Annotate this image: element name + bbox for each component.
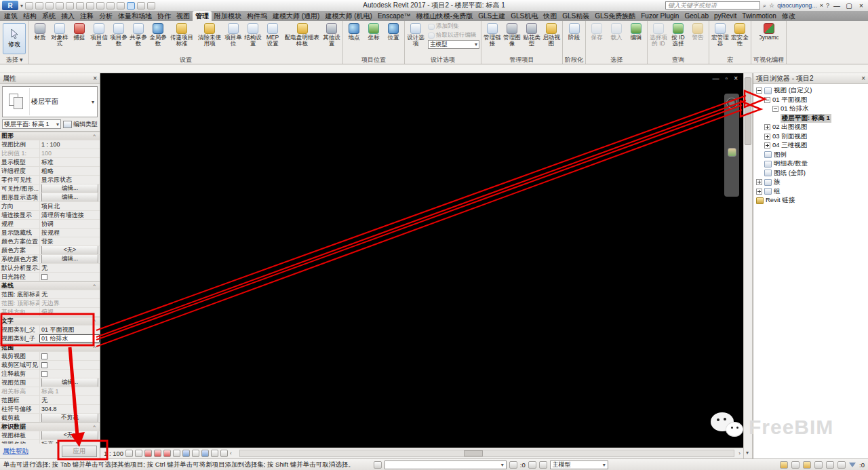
- property-row[interactable]: 裁剪视图: [0, 352, 100, 361]
- manage-images-button[interactable]: 管理图像: [502, 22, 521, 56]
- tab-addins[interactable]: 附加模块: [212, 11, 244, 21]
- phases-button[interactable]: 阶段: [565, 22, 584, 56]
- decal-types-button[interactable]: 贴花类型: [522, 22, 541, 56]
- tree-item-plumbing[interactable]: 01 给排水: [753, 104, 868, 114]
- tab-massing-site[interactable]: 体量和场地: [115, 11, 155, 21]
- save-icon[interactable]: [35, 2, 43, 9]
- filter-icon[interactable]: [849, 463, 856, 467]
- properties-help-link[interactable]: 属性帮助: [3, 447, 28, 456]
- crop-view-icon[interactable]: [163, 450, 171, 457]
- collapse-icon[interactable]: ^: [93, 344, 100, 351]
- shadows-icon[interactable]: [154, 450, 161, 457]
- tab-gls-decoration[interactable]: GLS精装: [559, 11, 592, 21]
- visual-style-icon[interactable]: [135, 450, 142, 457]
- tab-gls-structure[interactable]: GLS土建: [475, 11, 508, 21]
- property-row[interactable]: 系统颜色方案编辑...: [0, 255, 100, 264]
- view-close-icon[interactable]: ×: [734, 75, 738, 82]
- navigation-bar[interactable]: [724, 94, 739, 197]
- none-button[interactable]: <无>: [41, 431, 98, 439]
- show-crop-region-icon[interactable]: [173, 450, 180, 457]
- properties-header[interactable]: 属性 ×: [0, 73, 100, 84]
- shared-parameters-button[interactable]: 共享参数: [129, 22, 148, 56]
- vertical-scrollbar[interactable]: ▾: [743, 73, 753, 458]
- select-pinned-icon[interactable]: [837, 461, 846, 469]
- tree-item-sheet-views[interactable]: 02 出图视图: [753, 123, 868, 132]
- zoom-icon[interactable]: [728, 148, 736, 157]
- tab-gls-mep[interactable]: GLS机电: [508, 11, 540, 21]
- help-search-input[interactable]: 键入关键字或短语: [665, 1, 760, 9]
- help-icon[interactable]: ?: [826, 2, 829, 9]
- worksharing-display-icon[interactable]: [211, 450, 218, 457]
- modify-button[interactable]: 修改: [3, 23, 26, 54]
- instance-selector[interactable]: 楼层平面: 标高 1▾: [2, 119, 61, 129]
- dynamo-button[interactable]: Dynamo: [760, 22, 778, 56]
- section-underlay[interactable]: 基线^: [0, 281, 100, 290]
- tab-architecture[interactable]: 建筑: [1, 11, 20, 21]
- type-selector[interactable]: 楼层平面 ▾: [2, 86, 98, 117]
- tab-quickdraw[interactable]: 快图: [540, 11, 559, 21]
- signin-user[interactable]: qiaocunyong...: [777, 2, 817, 9]
- property-row[interactable]: 方向项目北: [0, 202, 100, 211]
- tab-insert[interactable]: 插入: [58, 11, 77, 21]
- edit-type-button[interactable]: 编辑类型: [63, 120, 98, 129]
- expand-icon[interactable]: [764, 124, 770, 130]
- worksets-icon[interactable]: [374, 461, 382, 469]
- property-row[interactable]: 日光路径: [0, 273, 100, 281]
- measure-icon[interactable]: [76, 2, 84, 9]
- horizontal-scrollbar[interactable]: [239, 450, 735, 457]
- drawing-area[interactable]: — ▫ ×: [100, 73, 743, 448]
- edit-button[interactable]: 编辑...: [41, 255, 98, 263]
- property-row[interactable]: 裁剪区域可见: [0, 361, 100, 370]
- collapse-expander-icon[interactable]: [764, 97, 770, 103]
- property-row[interactable]: 颜色方案位置背景: [0, 237, 100, 246]
- restore-button[interactable]: ▢: [844, 2, 854, 9]
- tree-item-groups[interactable]: 组: [753, 187, 868, 197]
- macro-security-button[interactable]: 宏安全性: [730, 22, 749, 56]
- chevron-down-icon[interactable]: ▾: [92, 99, 97, 105]
- view-category-child-input[interactable]: 01 给排水: [39, 334, 100, 342]
- dimension-icon[interactable]: [86, 2, 94, 9]
- chevron-down-icon[interactable]: ▾: [20, 3, 23, 9]
- tree-item-floor-plan-level1[interactable]: 楼层平面: 标高 1: [753, 114, 868, 123]
- view-scale[interactable]: 1 : 100: [104, 450, 123, 457]
- edit-button[interactable]: 编辑...: [41, 184, 98, 193]
- search-icon[interactable]: ⌕: [763, 2, 766, 9]
- tab-collaborate[interactable]: 协作: [155, 11, 174, 21]
- sun-path-icon[interactable]: [144, 450, 152, 457]
- print-icon[interactable]: [66, 2, 74, 9]
- tab-view[interactable]: 视图: [174, 11, 193, 21]
- tab-enscape[interactable]: Enscape™: [375, 11, 414, 21]
- property-row[interactable]: 默认分析显示...无: [0, 264, 100, 273]
- edit-button[interactable]: 编辑...: [41, 193, 98, 201]
- reveal-constraints-icon[interactable]: [220, 450, 228, 457]
- section-extents[interactable]: 范围^: [0, 343, 100, 352]
- switch-windows-icon[interactable]: [147, 2, 155, 9]
- checkbox-unchecked[interactable]: [41, 353, 47, 359]
- macro-manager-button[interactable]: 宏管理器: [711, 22, 730, 56]
- edit-button[interactable]: 编辑...: [41, 378, 98, 387]
- expand-icon[interactable]: [756, 189, 762, 195]
- transfer-project-standards-button[interactable]: 传递项目标准: [168, 22, 195, 56]
- close-icon[interactable]: ×: [861, 75, 865, 82]
- structural-settings-button[interactable]: 结构设置: [243, 22, 262, 56]
- panel-schedule-templates-button[interactable]: 配电盘明细表样板: [283, 22, 321, 56]
- active-design-option-select[interactable]: 主模型▾: [428, 40, 479, 49]
- tree-item-section-views[interactable]: 03 剖面视图: [753, 132, 868, 142]
- tree-item-3d-views[interactable]: 04 三维视图: [753, 141, 868, 151]
- thin-lines-icon[interactable]: [127, 2, 135, 9]
- design-options-button[interactable]: 设计选项: [406, 22, 425, 56]
- tab-analyze[interactable]: 分析: [96, 11, 115, 21]
- property-row[interactable]: 详细程度粗略: [0, 167, 100, 176]
- snaps-button[interactable]: 捕捉: [70, 22, 89, 56]
- collapse-icon[interactable]: ^: [93, 423, 100, 431]
- project-information-button[interactable]: 项目信息: [90, 22, 108, 56]
- tab-modeling-master-mep[interactable]: 建模大师 (机电): [322, 11, 374, 21]
- tree-item-schedules[interactable]: 明细表/数量: [753, 159, 868, 169]
- section-graphics[interactable]: 图形^: [0, 132, 100, 140]
- collapse-icon[interactable]: ^: [93, 317, 100, 325]
- property-row[interactable]: 注释裁剪: [0, 370, 100, 378]
- revit-logo-menu[interactable]: R: [2, 1, 18, 10]
- property-row[interactable]: 范围框无: [0, 396, 100, 405]
- close-icon[interactable]: ×: [93, 75, 97, 82]
- starting-view-button[interactable]: 启动视图: [542, 22, 561, 56]
